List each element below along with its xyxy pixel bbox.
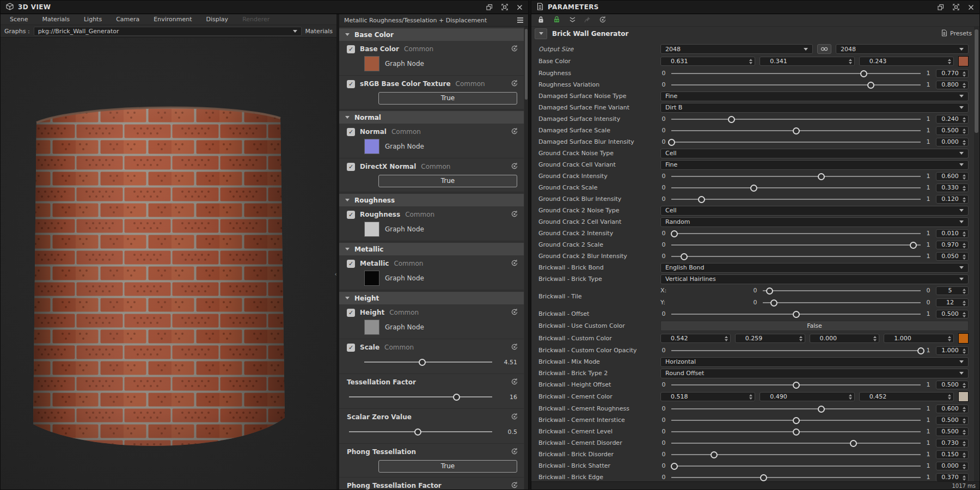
checkbox[interactable]: ✓ — [347, 309, 355, 317]
spinner-arrows-icon[interactable] — [749, 59, 752, 64]
float-icon[interactable] — [938, 4, 944, 10]
maximize-icon[interactable] — [501, 4, 508, 10]
value-spinbox[interactable]: 12 — [936, 298, 969, 307]
props-scrollbar[interactable] — [524, 27, 528, 489]
slider-handle[interactable] — [760, 474, 767, 481]
spinner-arrows-icon[interactable] — [963, 407, 966, 412]
value-spinbox[interactable]: 0.010 — [936, 229, 969, 238]
slider-handle[interactable] — [710, 451, 718, 458]
spinner-arrows-icon[interactable] — [749, 394, 752, 400]
slider[interactable] — [349, 393, 492, 401]
checkbox[interactable]: ✓ — [347, 344, 355, 352]
checkbox[interactable]: ✓ — [347, 128, 355, 136]
link-icon[interactable] — [817, 44, 831, 54]
spinner-arrows-icon[interactable] — [963, 197, 966, 203]
value-spinbox[interactable]: 0.050 — [936, 252, 969, 261]
slider[interactable] — [671, 241, 921, 249]
spinner-arrows-icon[interactable] — [963, 301, 966, 306]
reset-icon[interactable] — [511, 79, 518, 89]
slider-handle[interactable] — [681, 253, 688, 260]
slider-handle[interactable] — [910, 242, 917, 249]
color-swatch[interactable] — [958, 333, 969, 344]
value-spinbox[interactable]: 0.150 — [936, 450, 969, 459]
spinner-arrows-icon[interactable] — [963, 186, 966, 191]
value-spinbox[interactable]: 0.600 — [936, 405, 969, 413]
slider[interactable] — [671, 405, 921, 413]
value-spinbox[interactable]: 0.341 — [759, 57, 854, 66]
reset-icon[interactable] — [511, 259, 518, 268]
brick-cylinder-model[interactable] — [28, 92, 289, 468]
slider-handle[interactable] — [818, 406, 825, 413]
expand-all-icon[interactable] — [569, 16, 576, 24]
dropdown[interactable]: Cell — [660, 206, 969, 216]
reset-icon[interactable] — [511, 378, 518, 387]
value-spinbox[interactable]: 0.500 — [936, 126, 969, 135]
close-icon[interactable] — [517, 4, 523, 10]
spinner-arrows-icon[interactable] — [963, 312, 966, 317]
parameters-scrollbar[interactable] — [974, 26, 979, 481]
slider[interactable] — [671, 439, 921, 447]
slider[interactable] — [763, 299, 921, 307]
value-spinbox[interactable]: 1.000 — [936, 346, 969, 355]
value-spinbox[interactable]: 0.500 — [936, 427, 969, 436]
lock-icon[interactable] — [537, 16, 544, 25]
spinner-arrows-icon[interactable] — [873, 336, 877, 341]
value-spinbox[interactable]: 0.000 — [810, 334, 880, 343]
slider[interactable] — [671, 474, 921, 481]
dropdown[interactable]: 2048 — [660, 44, 813, 54]
menu-display[interactable]: Display — [199, 16, 236, 23]
dropdown[interactable]: 2048 — [836, 44, 969, 54]
reset-icon[interactable] — [599, 16, 607, 25]
slider-handle[interactable] — [453, 394, 460, 401]
slider[interactable] — [349, 428, 492, 436]
spinner-arrows-icon[interactable] — [948, 394, 951, 400]
slider[interactable] — [671, 173, 921, 180]
spinner-arrows-icon[interactable] — [849, 59, 852, 64]
value-spinbox[interactable]: 0.500 — [936, 416, 969, 425]
slider-handle[interactable] — [867, 82, 874, 89]
dropdown[interactable]: Horizontal — [660, 357, 969, 367]
color-swatch[interactable] — [364, 56, 379, 71]
spinner-arrows-icon[interactable] — [963, 83, 966, 88]
toggle-button[interactable]: True — [378, 175, 517, 187]
value-spinbox[interactable]: 0.518 — [660, 392, 755, 401]
slider[interactable] — [671, 138, 921, 146]
slider-handle[interactable] — [668, 139, 675, 146]
dropdown[interactable]: Dirt B — [660, 103, 969, 113]
value-spinbox[interactable]: 0.490 — [759, 392, 854, 401]
spinner-arrows-icon[interactable] — [963, 117, 966, 122]
slider-handle[interactable] — [728, 116, 735, 123]
dropdown[interactable]: Round Offset — [660, 369, 969, 378]
slider[interactable] — [671, 310, 921, 318]
spinner-arrows-icon[interactable] — [963, 140, 966, 145]
slider[interactable] — [671, 462, 921, 470]
color-swatch[interactable] — [364, 271, 379, 286]
maximize-icon[interactable] — [953, 4, 959, 10]
reset-icon[interactable] — [511, 481, 518, 490]
spinner-arrows-icon[interactable] — [963, 128, 966, 134]
spinner-arrows-icon[interactable] — [725, 336, 728, 341]
value-spinbox[interactable]: 5 — [936, 286, 969, 295]
value-spinbox[interactable]: 0.330 — [936, 183, 969, 192]
slider[interactable] — [671, 428, 921, 436]
color-swatch[interactable] — [958, 391, 969, 402]
slider-handle[interactable] — [766, 287, 773, 295]
slider[interactable] — [671, 451, 921, 458]
dropdown[interactable]: English Bond — [660, 263, 969, 273]
value-spinbox[interactable]: 0.452 — [859, 392, 954, 401]
slider[interactable] — [671, 347, 921, 354]
slider-handle[interactable] — [850, 440, 857, 447]
instance-collapse-toggle[interactable] — [535, 28, 547, 39]
slider-handle[interactable] — [671, 463, 678, 470]
toggle-button[interactable]: True — [378, 92, 517, 105]
slider-handle[interactable] — [793, 127, 800, 134]
graphs-dropdown[interactable]: pkg://Brick_Wall_Generator — [34, 27, 302, 36]
dropdown[interactable]: Vertical Hairlines — [660, 274, 969, 284]
spinner-arrows-icon[interactable] — [849, 394, 852, 400]
checkbox[interactable]: ✓ — [347, 45, 355, 53]
slider-handle[interactable] — [750, 185, 757, 192]
slider-handle[interactable] — [917, 347, 924, 354]
slider[interactable] — [671, 184, 921, 192]
menu-camera[interactable]: Camera — [109, 16, 146, 23]
value-spinbox[interactable]: 0.500 — [936, 310, 969, 318]
